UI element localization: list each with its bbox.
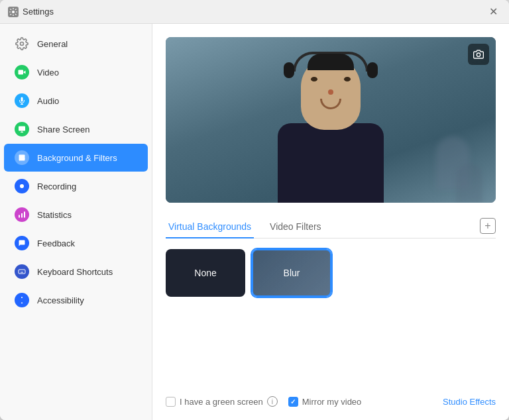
- settings-icon: [8, 7, 19, 17]
- camera-overlay-button[interactable]: [468, 44, 489, 65]
- video-preview-image: [166, 37, 496, 203]
- smile: [320, 99, 341, 109]
- sidebar: General Video: [0, 24, 152, 420]
- sidebar-item-label: Video: [37, 68, 59, 78]
- sidebar-item-label: Accessibility: [37, 295, 84, 305]
- background-filters-icon: [15, 150, 29, 165]
- green-screen-info-icon[interactable]: i: [267, 396, 278, 407]
- person-figure: [278, 50, 384, 203]
- sidebar-item-background-filters[interactable]: Background & Filters: [4, 144, 148, 172]
- svg-rect-12: [19, 215, 20, 218]
- eye-left: [311, 77, 317, 81]
- footer-options: I have a green screen i Mirror my video …: [166, 383, 496, 407]
- eye-right: [344, 77, 351, 81]
- settings-window: Settings ✕ General: [0, 0, 509, 420]
- sidebar-item-audio[interactable]: Audio: [4, 87, 148, 115]
- sidebar-item-label: Keyboard Shortcuts: [37, 267, 113, 277]
- sidebar-item-recording[interactable]: Recording: [4, 172, 148, 200]
- sidebar-item-label: Background & Filters: [37, 153, 117, 163]
- add-background-button[interactable]: +: [480, 218, 496, 234]
- audio-icon: [15, 93, 29, 108]
- background-option-blur[interactable]: Blur: [252, 249, 331, 297]
- svg-rect-3: [19, 70, 24, 75]
- svg-point-8: [21, 156, 22, 158]
- sidebar-item-accessibility[interactable]: Accessibility: [4, 286, 148, 314]
- backgrounds-grid: None Blur: [166, 249, 496, 297]
- tabs-header: Virtual Backgrounds Video Filters +: [166, 216, 496, 238]
- close-button[interactable]: ✕: [485, 4, 501, 20]
- accessibility-icon: [15, 293, 29, 307]
- svg-point-1: [21, 42, 24, 46]
- studio-effects-link[interactable]: Studio Effects: [443, 397, 496, 407]
- titlebar-text: Settings: [23, 7, 54, 17]
- svg-point-19: [21, 297, 23, 298]
- statistics-icon: [15, 207, 29, 222]
- gear-icon: [15, 36, 29, 51]
- mirror-video-group: Mirror my video: [288, 397, 362, 407]
- tab-video-filters[interactable]: Video Filters: [267, 216, 324, 238]
- svg-point-20: [477, 53, 480, 56]
- mirror-video-checkbox[interactable]: [288, 397, 298, 407]
- person-body: [278, 123, 384, 203]
- green-screen-checkbox[interactable]: [166, 397, 176, 407]
- svg-rect-11: [21, 213, 23, 218]
- mirror-video-label: Mirror my video: [302, 397, 362, 407]
- svg-point-0: [12, 11, 15, 13]
- background-option-none-label: None: [194, 268, 216, 278]
- sidebar-item-feedback[interactable]: Feedback: [4, 229, 148, 257]
- svg-point-9: [20, 184, 24, 188]
- eyes: [311, 77, 351, 81]
- sidebar-item-statistics[interactable]: Statistics: [4, 201, 148, 229]
- svg-marker-2: [23, 71, 26, 74]
- sidebar-item-label: Audio: [37, 96, 59, 106]
- svg-rect-13: [19, 270, 25, 274]
- sidebar-item-label: Share Screen: [37, 125, 90, 134]
- sidebar-item-keyboard-shortcuts[interactable]: Keyboard Shortcuts: [4, 258, 148, 286]
- green-screen-label: I have a green screen: [180, 397, 263, 407]
- share-screen-icon: [15, 122, 29, 136]
- video-preview: [166, 37, 496, 203]
- sidebar-item-label: Recording: [37, 182, 76, 191]
- titlebar: Settings ✕: [0, 0, 509, 24]
- recording-icon: [15, 179, 29, 193]
- sidebar-item-video[interactable]: Video: [4, 58, 148, 86]
- tabs-section: Virtual Backgrounds Video Filters + None…: [166, 216, 496, 297]
- sidebar-item-general[interactable]: General: [4, 30, 148, 58]
- sidebar-item-label: General: [37, 39, 68, 49]
- person-head: [301, 57, 361, 130]
- feedback-icon: [15, 236, 29, 250]
- svg-rect-6: [19, 127, 25, 131]
- background-option-blur-label: Blur: [284, 268, 300, 278]
- svg-rect-10: [24, 212, 25, 218]
- video-icon: [15, 65, 29, 79]
- sidebar-item-label: Feedback: [37, 238, 75, 248]
- green-screen-group: I have a green screen i: [166, 396, 278, 407]
- headphone-cup-left: [284, 62, 294, 78]
- sidebar-item-label: Statistics: [37, 210, 72, 220]
- titlebar-title-group: Settings: [8, 7, 54, 17]
- keyboard-icon: [15, 264, 29, 279]
- headphone-cup-right: [367, 62, 378, 78]
- tab-virtual-backgrounds[interactable]: Virtual Backgrounds: [166, 216, 254, 238]
- sidebar-item-share-screen[interactable]: Share Screen: [4, 115, 148, 143]
- background-option-none[interactable]: None: [166, 249, 245, 297]
- face-features: [311, 77, 351, 109]
- main-content: Virtual Backgrounds Video Filters + None…: [152, 24, 509, 420]
- content-area: General Video: [0, 24, 509, 420]
